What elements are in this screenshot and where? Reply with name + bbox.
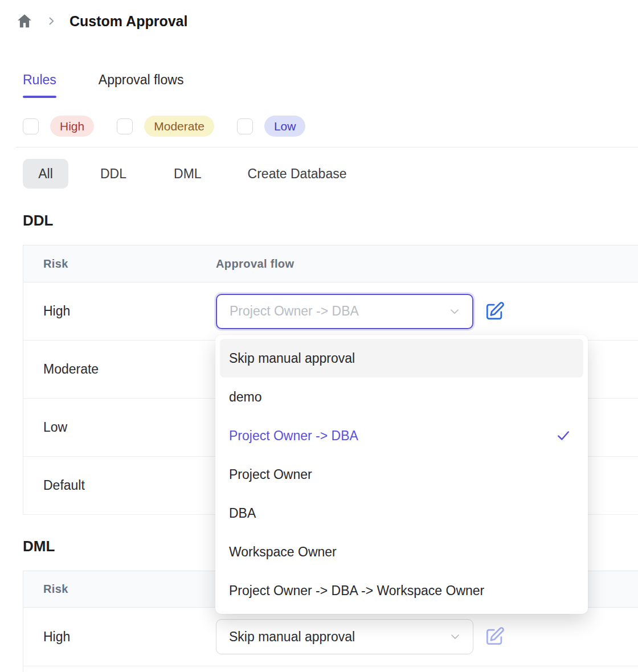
category-tabs: All DDL DML Create Database <box>23 159 346 189</box>
ddl-table-header: Risk Approval flow <box>23 245 638 282</box>
breadcrumb: Custom Approval <box>16 13 187 30</box>
edit-pencil-icon <box>484 626 505 648</box>
risk-label: Default <box>23 478 216 493</box>
edit-approval-flow-button[interactable] <box>484 301 505 322</box>
edit-pencil-icon <box>484 301 505 322</box>
divider <box>16 147 638 147</box>
risk-label: High <box>23 629 216 645</box>
home-icon[interactable] <box>16 13 33 30</box>
ddl-section-title: DDL <box>23 212 53 230</box>
check-icon <box>556 428 571 443</box>
table-row-high: High Skip manual approval <box>23 608 638 666</box>
dml-section-title: DML <box>23 538 55 555</box>
risk-label: Low <box>23 420 216 435</box>
filter-high: High <box>23 116 94 137</box>
dropdown-option-project-owner[interactable]: Project Owner <box>220 455 583 494</box>
chevron-right-icon <box>46 15 57 27</box>
approval-flow-select-ddl-high[interactable]: Project Owner -> DBA <box>216 294 473 329</box>
risk-label: Moderate <box>23 362 216 377</box>
risk-filter-row: High Moderate Low <box>23 116 328 137</box>
dropdown-option-project-owner-dba-workspace-owner[interactable]: Project Owner -> DBA -> Workspace Owner <box>220 571 583 610</box>
tab-rules[interactable]: Rules <box>23 72 56 98</box>
category-tab-ddl[interactable]: DDL <box>100 166 126 182</box>
page-title: Custom Approval <box>69 13 187 30</box>
chevron-down-icon <box>449 630 461 643</box>
risk-column-header: Risk <box>23 257 216 271</box>
risk-label: High <box>23 304 216 319</box>
top-tabs: Rules Approval flows <box>23 72 183 98</box>
approval-flow-select-dml-high[interactable]: Skip manual approval <box>216 619 473 654</box>
low-checkbox[interactable] <box>237 118 253 134</box>
option-label: Project Owner -> DBA <box>229 428 358 444</box>
high-checkbox[interactable] <box>23 118 39 134</box>
table-row-high: High Project Owner -> DBA <box>23 282 638 341</box>
chevron-down-icon <box>448 305 461 318</box>
high-risk-badge: High <box>50 116 94 137</box>
moderate-risk-badge: Moderate <box>144 116 214 137</box>
dropdown-option-demo[interactable]: demo <box>220 378 583 416</box>
category-tab-create-database[interactable]: Create Database <box>248 166 347 182</box>
dropdown-option-dba[interactable]: DBA <box>220 494 583 532</box>
dropdown-option-workspace-owner[interactable]: Workspace Owner <box>220 532 583 571</box>
approval-flow-column-header: Approval flow <box>216 257 294 271</box>
risk-column-header: Risk <box>23 583 216 596</box>
filter-moderate: Moderate <box>117 116 214 137</box>
category-tab-all[interactable]: All <box>23 159 68 189</box>
select-value: Skip manual approval <box>229 629 355 645</box>
filter-low: Low <box>237 116 306 137</box>
category-tab-dml[interactable]: DML <box>174 166 202 182</box>
select-value: Project Owner -> DBA <box>230 304 359 319</box>
tab-approval-flows[interactable]: Approval flows <box>99 72 184 98</box>
approval-flow-dropdown: Skip manual approval demo Project Owner … <box>215 335 588 614</box>
moderate-checkbox[interactable] <box>117 118 133 134</box>
edit-approval-flow-button[interactable] <box>484 626 505 648</box>
dropdown-option-skip-manual-approval[interactable]: Skip manual approval <box>220 339 583 378</box>
dropdown-option-project-owner-dba[interactable]: Project Owner -> DBA <box>220 416 583 455</box>
low-risk-badge: Low <box>264 116 306 137</box>
